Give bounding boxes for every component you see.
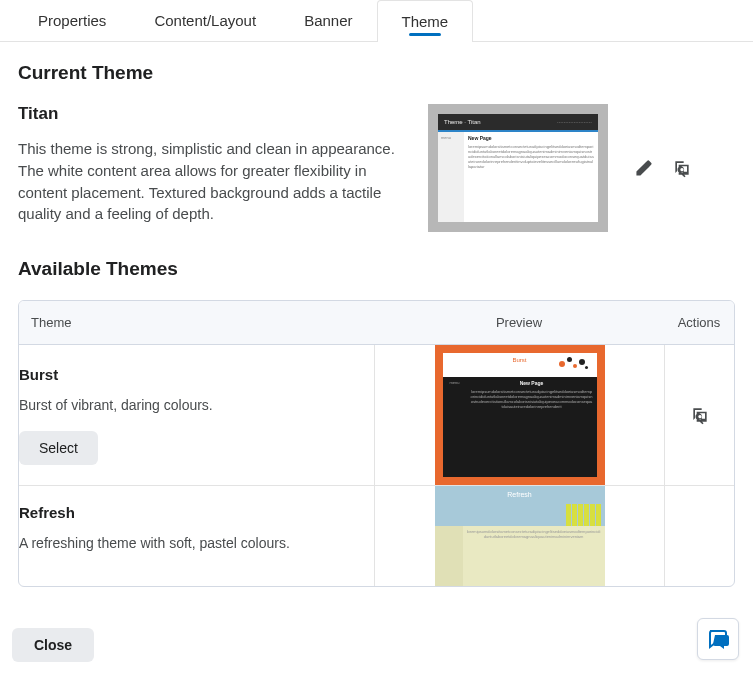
col-actions: Actions — [664, 301, 734, 345]
theme-desc-refresh: A refreshing theme with soft, pastel col… — [19, 535, 374, 551]
table-row: Refresh A refreshing theme with soft, pa… — [19, 485, 734, 586]
col-theme: Theme — [19, 301, 374, 345]
inspect-icon[interactable] — [672, 158, 692, 178]
tabs-bar: Properties Content/Layout Banner Theme — [0, 0, 753, 42]
close-button[interactable]: Close — [12, 628, 94, 662]
tab-content-layout[interactable]: Content/Layout — [130, 0, 280, 41]
col-preview: Preview — [374, 301, 664, 345]
table-row: Burst Burst of vibrant, daring colours. … — [19, 345, 734, 485]
theme-name-burst: Burst — [19, 366, 374, 383]
current-theme-description: This theme is strong, simplistic and cle… — [18, 138, 398, 225]
theme-desc-burst: Burst of vibrant, daring colours. — [19, 397, 374, 413]
tab-theme[interactable]: Theme — [377, 0, 474, 42]
theme-panel: Current Theme Titan This theme is strong… — [0, 42, 753, 587]
current-theme-name: Titan — [18, 104, 398, 124]
tab-properties[interactable]: Properties — [14, 0, 130, 41]
current-theme-actions — [634, 158, 692, 178]
current-theme-heading: Current Theme — [18, 62, 735, 84]
current-theme-row: Titan This theme is strong, simplistic a… — [18, 104, 735, 232]
themes-table: Theme Preview Actions Burst Burst of vib… — [18, 300, 735, 587]
theme-preview-refresh: Refresh loremipsumdolorsitametconsectetu… — [435, 486, 605, 586]
current-theme-preview-wrap: Theme · Titan····················· menu … — [428, 104, 735, 232]
available-themes-heading: Available Themes — [18, 258, 735, 280]
inspect-icon[interactable] — [690, 405, 710, 425]
select-button[interactable]: Select — [19, 431, 98, 465]
theme-name-refresh: Refresh — [19, 504, 374, 521]
footer-bar: Close — [0, 616, 753, 674]
chat-button[interactable] — [697, 618, 739, 660]
chat-icon — [706, 627, 730, 651]
tab-banner[interactable]: Banner — [280, 0, 376, 41]
edit-icon[interactable] — [634, 158, 654, 178]
theme-preview-titan: Theme · Titan····················· menu … — [428, 104, 608, 232]
theme-preview-burst: Burst menu — [435, 345, 605, 485]
current-theme-text: Titan This theme is strong, simplistic a… — [18, 104, 398, 232]
